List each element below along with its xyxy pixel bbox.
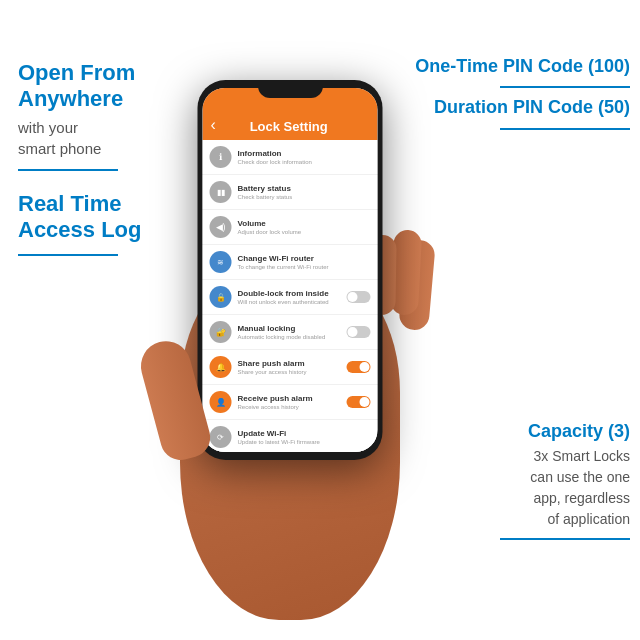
manual-lock-toggle[interactable] xyxy=(347,326,371,338)
capacity-title: Capacity (3) xyxy=(500,421,630,442)
share-alarm-icon: 🔔 xyxy=(210,356,232,378)
manual-lock-icon: 🔐 xyxy=(210,321,232,343)
phone-scene: ‹ Lock Setting ℹ Information Check door … xyxy=(130,60,450,620)
menu-text-info: Information Check door lock information xyxy=(238,149,371,165)
menu-item-receive-alarm[interactable]: 👤 Receive push alarm Receive access hist… xyxy=(203,385,378,419)
menu-text-update-wifi: Update Wi-Fi Update to latest Wi-Fi firm… xyxy=(238,429,371,445)
double-lock-toggle[interactable] xyxy=(347,291,371,303)
menu-item-double-lock[interactable]: 🔒 Double-lock from inside Will not unloc… xyxy=(203,280,378,314)
left-divider-1 xyxy=(18,169,118,171)
menu-text-volume: Volume Adjust door lock volume xyxy=(238,219,371,235)
menu-item-manual-lock[interactable]: 🔐 Manual locking Automatic locking mode … xyxy=(203,315,378,349)
receive-alarm-toggle[interactable] xyxy=(347,396,371,408)
capacity-divider xyxy=(500,538,630,540)
menu-item-volume[interactable]: ◀) Volume Adjust door lock volume xyxy=(203,210,378,244)
menu-list: ℹ Information Check door lock informatio… xyxy=(203,140,378,452)
menu-text-share-alarm: Share push alarm Share your access histo… xyxy=(238,359,347,375)
phone-notch xyxy=(258,80,323,98)
right-divider-1 xyxy=(500,86,630,88)
menu-text-wifi: Change Wi-Fi router To change the curren… xyxy=(238,254,371,270)
real-time-label: Real TimeAccess Log xyxy=(18,191,142,244)
open-from-label: Open From Anywhere xyxy=(18,60,142,113)
double-lock-icon: 🔒 xyxy=(210,286,232,308)
menu-item-update-wifi[interactable]: ⟳ Update Wi-Fi Update to latest Wi-Fi fi… xyxy=(203,420,378,452)
battery-icon: ▮▮ xyxy=(210,181,232,203)
update-wifi-icon: ⟳ xyxy=(210,426,232,448)
receive-alarm-icon: 👤 xyxy=(210,391,232,413)
menu-item-battery[interactable]: ▮▮ Battery status Check battery status xyxy=(203,175,378,209)
volume-icon: ◀) xyxy=(210,216,232,238)
capacity-desc: 3x Smart Lockscan use the oneapp, regard… xyxy=(500,446,630,530)
menu-text-receive-alarm: Receive push alarm Receive access histor… xyxy=(238,394,347,410)
wifi-router-icon: ≋ xyxy=(210,251,232,273)
menu-item-share-alarm[interactable]: 🔔 Share push alarm Share your access his… xyxy=(203,350,378,384)
capacity-section: Capacity (3) 3x Smart Lockscan use the o… xyxy=(500,421,630,540)
left-divider-2 xyxy=(18,254,118,256)
menu-text-battery: Battery status Check battery status xyxy=(238,184,371,200)
menu-item-wifi-router[interactable]: ≋ Change Wi-Fi router To change the curr… xyxy=(203,245,378,279)
back-button[interactable]: ‹ xyxy=(211,116,216,134)
phone-screen: ‹ Lock Setting ℹ Information Check door … xyxy=(203,88,378,452)
right-divider-2 xyxy=(500,128,630,130)
menu-item-information[interactable]: ℹ Information Check door lock informatio… xyxy=(203,140,378,174)
with-your-label: with yoursmart phone xyxy=(18,117,142,159)
header-title: Lock Setting xyxy=(224,119,354,134)
share-alarm-toggle[interactable] xyxy=(347,361,371,373)
menu-text-manual-lock: Manual locking Automatic locking mode di… xyxy=(238,324,347,340)
phone-device: ‹ Lock Setting ℹ Information Check door … xyxy=(198,80,383,460)
info-icon: ℹ xyxy=(210,146,232,168)
menu-text-double-lock: Double-lock from inside Will not unlock … xyxy=(238,289,347,305)
